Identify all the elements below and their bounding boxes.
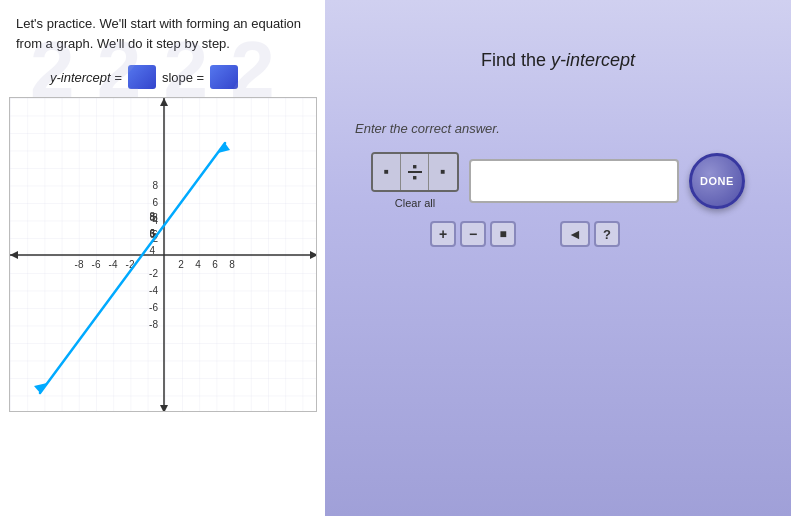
svg-text:6: 6 [212,259,218,270]
svg-text:-8: -8 [74,259,83,270]
right-controls: ◄ ? [560,221,620,247]
minus-button[interactable]: − [460,221,486,247]
fraction-button-3[interactable]: ■ [429,154,457,190]
svg-text:-6: -6 [149,302,158,313]
left-panel: 2 2 2 2 Let's practice. We'll start with… [0,0,325,516]
fraction-button-2[interactable]: ■ ■ [401,154,429,190]
find-title-pre: Find the [481,50,551,70]
fraction-buttons-group: ■ ■ ■ ■ Clear all [371,152,459,209]
svg-text:4: 4 [149,245,155,256]
enter-label: Enter the correct answer. [355,121,500,136]
svg-text:4: 4 [195,259,201,270]
help-button[interactable]: ? [594,221,620,247]
square-button[interactable]: ■ [490,221,516,247]
equation-row: y-intercept = slope = [0,61,325,97]
fraction-button-1[interactable]: ■ [373,154,401,190]
svg-text:-6: -6 [91,259,100,270]
controls-row: + − ■ ◄ ? [430,221,620,247]
slope-value-box [210,65,238,89]
instructions-text: Let's practice. We'll start with forming… [0,0,325,61]
svg-text:-4: -4 [149,285,158,296]
clear-all-label: Clear all [395,197,435,209]
slope-label: slope = [162,70,204,85]
svg-text:4: 4 [152,215,158,226]
y-intercept-value-box [128,65,156,89]
find-title-term: y-intercept [551,50,635,70]
back-button[interactable]: ◄ [560,221,590,247]
answer-row: ■ ■ ■ ■ Clear all [371,152,745,209]
right-panel: Find the y-intercept Enter the correct a… [325,0,791,516]
done-button[interactable]: DONE [689,153,745,209]
svg-text:8: 8 [229,259,235,270]
graph-svg: -2 -4 -6 -8 2 4 6 8 8 6 8 6 8 6 4 6 8 6 … [10,98,317,412]
svg-text:-2: -2 [149,268,158,279]
fraction-btn-group: ■ ■ ■ ■ [371,152,459,192]
find-title: Find the y-intercept [481,50,635,71]
y-intercept-label: y-intercept = [50,70,122,85]
svg-text:-4: -4 [108,259,117,270]
svg-text:-8: -8 [149,319,158,330]
svg-text:2: 2 [178,259,184,270]
svg-text:8: 8 [152,180,158,191]
svg-text:6: 6 [152,197,158,208]
plus-button[interactable]: + [430,221,456,247]
graph-container: -2 -4 -6 -8 2 4 6 8 8 6 8 6 8 6 4 6 8 6 … [9,97,317,412]
answer-input[interactable] [469,159,679,203]
